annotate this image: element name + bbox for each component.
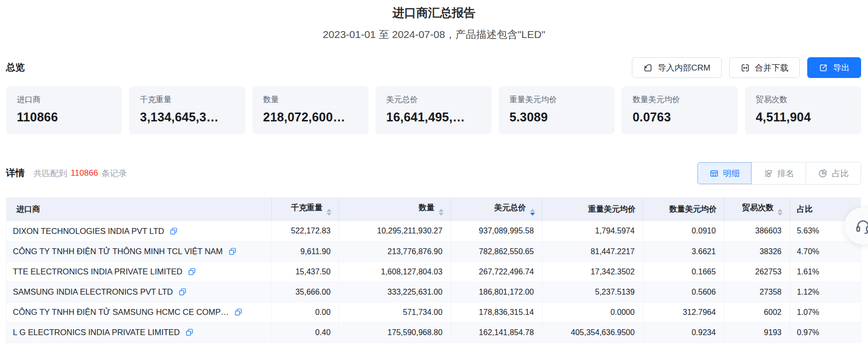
sort-carets-icon[interactable] [327, 209, 331, 216]
cell-share: 4.70% [789, 241, 861, 262]
card-value: 218,072,600… [263, 110, 358, 124]
table-row: SAMSUNG INDIA ELECTRONICS PVT LTD 35,666… [6, 282, 861, 302]
rank-icon [764, 169, 773, 178]
col-label: 重量美元均价 [588, 205, 636, 213]
details-section-title: 详情 [6, 167, 25, 180]
col-label: 数量 [419, 203, 435, 212]
table-grid-icon [709, 169, 719, 178]
cell-usd: 162,141,854.78 [451, 322, 542, 343]
cell-usd: 178,836,315.14 [451, 302, 542, 322]
cell-usd-per-kg: 405,354,636.9500 [542, 322, 643, 343]
cell-share: 1.61% [789, 262, 861, 282]
card-value: 110866 [17, 110, 111, 124]
importer-name: TTE ELECTRONICS INDIA PRIVATE LIMITED [13, 267, 182, 276]
import-crm-button[interactable]: 导入内部CRM [632, 57, 722, 78]
import-icon [643, 63, 653, 73]
cell-kg: 0.40 [271, 322, 339, 343]
merge-download-button[interactable]: 合并下载 [729, 57, 800, 78]
table-row: CÔNG TY TNHH ĐIỆN TỬ SAMSUNG HCMC CE COM… [6, 302, 861, 322]
card-label: 数量 [263, 95, 358, 105]
cell-share: 1.07% [789, 302, 861, 322]
cell-usd-per-kg: 17,342.3502 [542, 262, 643, 282]
cell-trades: 38326 [724, 241, 789, 262]
overview-section-title: 总览 [6, 61, 25, 74]
table-header-row: 进口商 千克重量 数量 美元总价 重量美元均价 数量美元均价 [6, 197, 861, 221]
details-bar: 详情 共匹配到 110866 条记录 明细 [6, 162, 861, 185]
tab-share[interactable]: 占比 [806, 162, 861, 184]
match-suffix: 条记录 [101, 168, 126, 179]
importer-name: CÔNG TY TNHH ĐIỆN TỬ SAMSUNG HCMC CE COM… [13, 307, 229, 317]
page-title: 进口商汇总报告 [0, 5, 868, 21]
card-value: 16,641,495,… [386, 110, 481, 124]
col-header-usd-per-qty: 数量美元均价 [643, 197, 724, 221]
copy-icon[interactable] [228, 247, 237, 256]
cell-usd-per-kg: 81,447.2217 [542, 241, 643, 262]
tab-detail-label: 明细 [723, 168, 740, 179]
col-header-importer: 进口商 [6, 197, 271, 221]
col-label: 美元总价 [495, 203, 526, 212]
card-usd-per-kg: 重量美元均价 5.3089 [498, 86, 615, 134]
export-label: 导出 [833, 62, 850, 74]
cell-usd-per-qty: 312.7964 [643, 302, 724, 322]
copy-icon[interactable] [234, 308, 243, 316]
table-row: TTE ELECTRONICS INDIA PRIVATE LIMITED 15… [6, 262, 861, 282]
cell-trades: 9193 [724, 322, 789, 343]
cell-qty: 1,608,127,804.03 [339, 262, 451, 282]
cell-usd: 937,089,995.58 [451, 221, 542, 241]
table-row: CÔNG TY TNHH ĐIỆN TỬ THÔNG MINH TCL VIỆT… [6, 241, 861, 262]
sort-carets-icon[interactable] [439, 209, 444, 216]
col-header-kg-weight[interactable]: 千克重量 [271, 197, 339, 221]
importer-name: SAMSUNG INDIA ELECTRONICS PVT LTD [13, 287, 173, 297]
toolbar-actions: 导入内部CRM 合并下载 [632, 57, 861, 78]
importer-name: DIXON TECHNOLOGIES INDIA PVT LTD [13, 227, 164, 236]
col-header-quantity[interactable]: 数量 [339, 197, 451, 221]
tab-share-label: 占比 [832, 168, 849, 179]
tab-ranking-label: 排名 [778, 168, 794, 179]
cell-importer: CÔNG TY TNHH ĐIỆN TỬ THÔNG MINH TCL VIỆT… [6, 241, 271, 262]
cell-usd-per-qty: 0.0910 [643, 221, 724, 241]
headset-icon [855, 218, 868, 234]
cell-qty: 175,590,968.80 [339, 322, 451, 343]
card-usd-per-qty: 数量美元均价 0.0763 [621, 86, 738, 134]
sort-carets-icon[interactable] [778, 209, 783, 216]
cell-qty: 213,776,876.90 [339, 241, 451, 262]
col-label: 进口商 [16, 205, 40, 213]
card-label: 数量美元均价 [632, 95, 727, 105]
copy-icon[interactable] [169, 227, 178, 235]
col-header-usd-total[interactable]: 美元总价 [451, 197, 542, 221]
cell-usd: 186,801,172.00 [451, 282, 542, 302]
copy-icon[interactable] [188, 268, 196, 276]
cell-share: 0.97% [789, 322, 861, 343]
col-label: 贸易次数 [742, 203, 774, 212]
card-label: 进口商 [17, 95, 111, 105]
col-header-trade-count[interactable]: 贸易次数 [724, 197, 789, 221]
cell-usd-per-kg: 0.0000 [542, 302, 643, 322]
col-header-usd-per-kg: 重量美元均价 [542, 197, 643, 221]
card-value: 3,134,645,3… [140, 110, 234, 124]
cell-usd-per-qty: 0.1665 [643, 262, 724, 282]
tab-detail[interactable]: 明细 [698, 162, 752, 184]
cell-importer: CÔNG TY TNHH ĐIỆN TỬ SAMSUNG HCMC CE COM… [6, 302, 271, 322]
card-trade-count: 贸易次数 4,511,904 [745, 86, 861, 134]
cell-importer: DIXON TECHNOLOGIES INDIA PVT LTD [6, 221, 271, 241]
cell-usd-per-qty: 3.6621 [643, 241, 724, 262]
cell-importer: L G ELECTRONICS INDIA PRIVATE LIMITED [6, 322, 271, 343]
copy-icon[interactable] [178, 288, 187, 296]
cell-trades: 27358 [724, 282, 789, 302]
cell-importer: TTE ELECTRONICS INDIA PRIVATE LIMITED [6, 262, 271, 282]
overview-bar: 总览 导入内部CRM [6, 57, 861, 78]
export-button[interactable]: 导出 [807, 57, 861, 78]
card-usd-total: 美元总价 16,641,495,… [375, 86, 492, 134]
cell-trades: 386603 [724, 221, 789, 241]
cell-importer: SAMSUNG INDIA ELECTRONICS PVT LTD [6, 282, 271, 302]
cell-trades: 262753 [724, 262, 789, 282]
match-count: 110866 [71, 168, 98, 178]
cell-usd-per-qty: 0.5606 [643, 282, 724, 302]
sort-carets-icon[interactable] [530, 209, 535, 216]
view-tabs: 明细 排名 占比 [697, 162, 861, 185]
cell-usd: 267,722,496.74 [451, 262, 542, 282]
cell-qty: 10,295,211,930.27 [339, 221, 451, 241]
tab-ranking[interactable]: 排名 [752, 162, 806, 184]
copy-icon[interactable] [185, 328, 194, 337]
cell-qty: 333,225,631.00 [339, 282, 451, 302]
